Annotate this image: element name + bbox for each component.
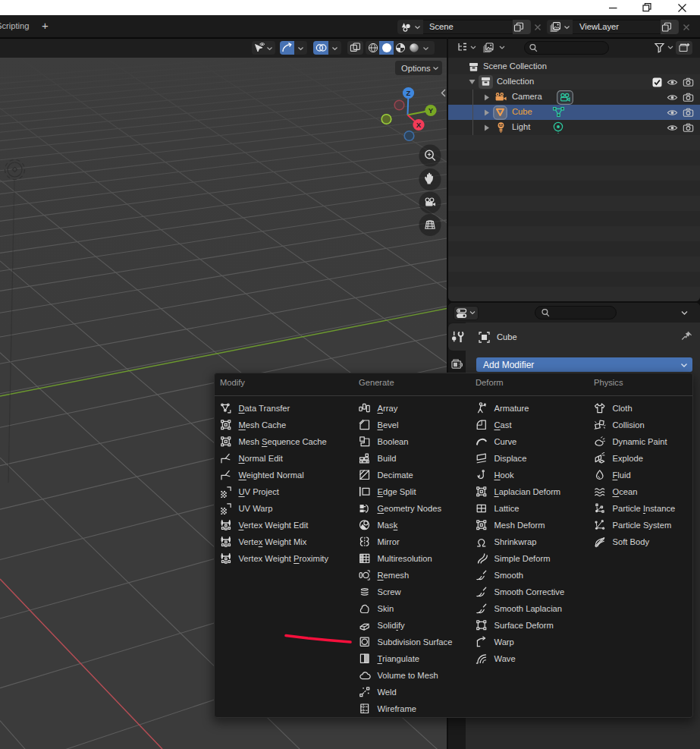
svg-text:Z: Z: [407, 89, 411, 97]
svg-text:Y: Y: [428, 106, 434, 115]
svg-text:X: X: [416, 121, 422, 129]
